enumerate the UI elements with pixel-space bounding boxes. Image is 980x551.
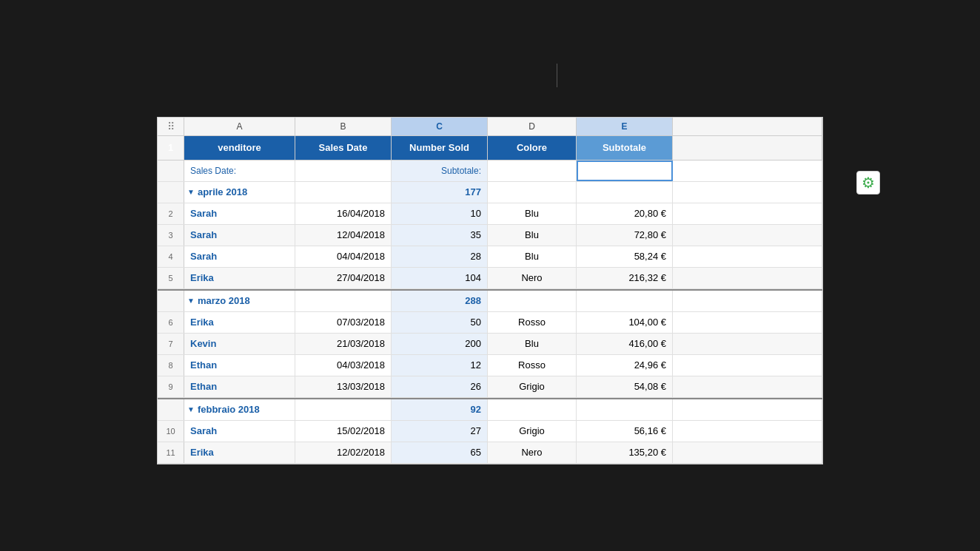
cell-a-5[interactable]: Erika: [184, 268, 295, 288]
cell-c-4: 28: [392, 246, 488, 267]
cell-a-2[interactable]: Sarah: [184, 203, 295, 224]
cell-f-10: [673, 421, 822, 442]
aprile-e: [577, 182, 673, 203]
marzo-e: [577, 291, 673, 311]
row-num-11: 11: [158, 442, 184, 463]
spreadsheet: ⠿ A B C D E 1 venditore Sales Date Numbe…: [157, 117, 823, 464]
table-row: 11 Erika 12/02/2018 65 Nero 135,20 €: [158, 442, 822, 464]
cell-f-4: [673, 246, 822, 267]
cell-b-4: 04/04/2018: [295, 246, 392, 267]
aprile-b: [295, 182, 392, 203]
cell-a-9[interactable]: Ethan: [184, 376, 295, 397]
febbraio-b: [295, 399, 392, 420]
header-colore: Colore: [488, 136, 577, 160]
marzo-b: [295, 291, 392, 311]
cell-d-5: Nero: [488, 268, 577, 288]
cell-b-8: 04/03/2018: [295, 355, 392, 376]
table-row: 6 Erika 07/03/2018 50 Rosso 104,00 €: [158, 312, 822, 334]
gear-button[interactable]: ⚙: [856, 171, 880, 195]
venditore-6: Erika: [190, 317, 214, 328]
cell-a-8[interactable]: Ethan: [184, 355, 295, 376]
cell-f-6: [673, 312, 822, 333]
grip-icon: ⠿: [158, 118, 184, 135]
cell-b-5: 27/04/2018: [295, 268, 392, 288]
table-row: 2 Sarah 16/04/2018 10 Blu 20,80 €: [158, 203, 822, 225]
filter-f: [673, 160, 822, 181]
group-label-febbraio[interactable]: ▼ febbraio 2018: [184, 399, 295, 420]
row-num-aprile: [158, 182, 184, 203]
row-num-7: 7: [158, 334, 184, 354]
group-name-aprile: aprile 2018: [198, 186, 247, 197]
cell-a-7[interactable]: Kevin: [184, 334, 295, 354]
row-num-8: 8: [158, 355, 184, 376]
cell-a-10[interactable]: Sarah: [184, 421, 295, 442]
col-header-f: [673, 118, 822, 135]
header-number-sold: Number Sold: [392, 136, 488, 160]
cell-d-8: Rosso: [488, 355, 577, 376]
cell-e-8: 24,96 €: [577, 355, 673, 376]
cell-a-3[interactable]: Sarah: [184, 225, 295, 246]
cell-d-6: Rosso: [488, 312, 577, 333]
filter-b: [295, 160, 392, 181]
group-name-marzo: marzo 2018: [198, 295, 250, 306]
cell-e-6: 104,00 €: [577, 312, 673, 333]
cell-f-9: [673, 376, 822, 397]
cell-c-8: 12: [392, 355, 488, 376]
febbraio-e: [577, 399, 673, 420]
column-headers: ⠿ A B C D E: [158, 118, 822, 136]
marzo-d: [488, 291, 577, 311]
row-num-6: 6: [158, 312, 184, 333]
row-num-febbraio: [158, 399, 184, 420]
aprile-f: [673, 182, 822, 203]
header-subtotale: Subtotale: [577, 136, 673, 160]
collapse-marzo-icon[interactable]: ▼: [187, 297, 195, 305]
col-header-d[interactable]: D: [488, 118, 577, 135]
febbraio-subtotal-value: 92: [471, 404, 481, 415]
row-num-10: 10: [158, 421, 184, 442]
venditore-7: Kevin: [190, 338, 216, 349]
row-num-marzo: [158, 291, 184, 311]
cell-a-4[interactable]: Sarah: [184, 246, 295, 267]
header-extra: [673, 136, 822, 160]
filter-label-row: Sales Date: Subtotale: ⚙: [158, 160, 822, 182]
row-num-2: 2: [158, 203, 184, 224]
col-header-c[interactable]: C: [392, 118, 488, 135]
collapse-aprile-icon[interactable]: ▼: [187, 188, 195, 196]
col-header-e[interactable]: E: [577, 118, 673, 135]
cell-d-10: Grigio: [488, 421, 577, 442]
cell-c-9: 26: [392, 376, 488, 397]
aprile-subtotal-value: 177: [465, 186, 481, 197]
collapse-febbraio-icon[interactable]: ▼: [187, 405, 195, 413]
cell-f-7: [673, 334, 822, 354]
filter-e-selected[interactable]: [577, 160, 673, 181]
venditore-9: Ethan: [190, 381, 217, 392]
cell-b-10: 15/02/2018: [295, 421, 392, 442]
row-num-4: 4: [158, 246, 184, 267]
cell-c-6: 50: [392, 312, 488, 333]
cell-d-11: Nero: [488, 442, 577, 463]
group-label-aprile[interactable]: ▼ aprile 2018: [184, 182, 295, 203]
cell-b-2: 16/04/2018: [295, 203, 392, 224]
cell-b-7: 21/03/2018: [295, 334, 392, 354]
group-label-marzo[interactable]: ▼ marzo 2018: [184, 291, 295, 311]
cell-b-9: 13/03/2018: [295, 376, 392, 397]
venditore-8: Ethan: [190, 359, 217, 371]
col-header-b[interactable]: B: [295, 118, 392, 135]
table-row: 10 Sarah 15/02/2018 27 Grigio 56,16 €: [158, 421, 822, 442]
cell-f-8: [673, 355, 822, 376]
cell-f-11: [673, 442, 822, 463]
cell-d-3: Blu: [488, 225, 577, 246]
cell-d-2: Blu: [488, 203, 577, 224]
cell-f-5: [673, 268, 822, 288]
cell-a-6[interactable]: Erika: [184, 312, 295, 333]
cell-c-5: 104: [392, 268, 488, 288]
cell-c-10: 27: [392, 421, 488, 442]
row-num-special: [158, 160, 184, 181]
group-header-aprile: ▼ aprile 2018 177: [158, 182, 822, 203]
cell-d-7: Blu: [488, 334, 577, 354]
cell-c-3: 35: [392, 225, 488, 246]
cell-a-11[interactable]: Erika: [184, 442, 295, 463]
table-row: 5 Erika 27/04/2018 104 Nero 216,32 €: [158, 268, 822, 289]
table-row: 8 Ethan 04/03/2018 12 Rosso 24,96 €: [158, 355, 822, 376]
col-header-a[interactable]: A: [184, 118, 295, 135]
